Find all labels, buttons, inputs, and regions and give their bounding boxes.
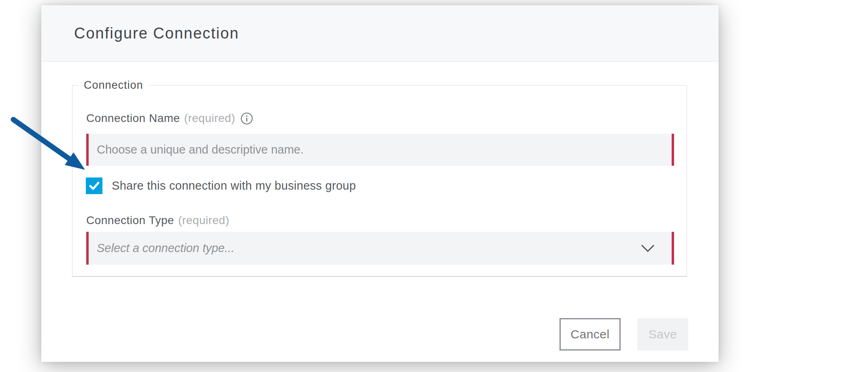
dialog-title: Configure Connection (74, 25, 239, 42)
connection-fieldset: Connection Connection Name (required) (72, 79, 687, 277)
info-circle-icon[interactable] (240, 112, 253, 125)
share-connection-checkbox-row[interactable]: Share this connection with my business g… (86, 177, 356, 194)
connection-type-label-row: Connection Type (required) (86, 214, 230, 227)
save-button[interactable]: Save (637, 318, 688, 351)
connection-name-label: Connection Name (86, 112, 180, 125)
configure-connection-dialog: Configure Connection Connection Connecti… (41, 5, 719, 362)
check-icon (87, 179, 101, 192)
dialog-header: Configure Connection (41, 5, 719, 62)
connection-type-placeholder: Select a connection type... (97, 242, 641, 255)
cancel-button[interactable]: Cancel (560, 318, 621, 351)
connection-name-required-hint: (required) (184, 112, 235, 125)
page-background: Configure Connection Connection Connecti… (0, 0, 868, 372)
connection-name-label-row: Connection Name (required) (86, 112, 253, 125)
share-checkbox[interactable] (86, 177, 102, 194)
chevron-down-icon (641, 244, 655, 252)
connection-type-select[interactable]: Select a connection type... (86, 232, 674, 265)
connection-name-input[interactable] (86, 134, 674, 166)
connection-type-label: Connection Type (86, 214, 174, 227)
connection-fieldset-legend: Connection (79, 79, 149, 92)
share-checkbox-label: Share this connection with my business g… (112, 179, 356, 192)
connection-type-required-hint: (required) (178, 214, 229, 227)
